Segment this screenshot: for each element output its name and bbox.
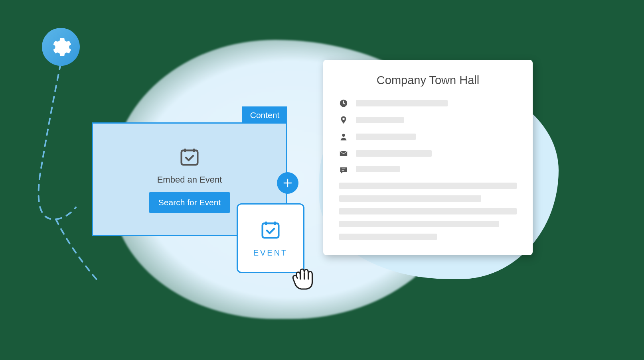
content-tab-label: Content [250,110,280,120]
plus-icon [282,177,293,189]
gear-badge[interactable] [42,28,80,66]
search-event-button[interactable]: Search for Event [149,192,230,213]
calendar-check-icon [260,219,281,240]
placeholder-line [356,117,404,123]
placeholder-line [339,195,481,202]
grab-hand-cursor-icon [287,263,317,293]
search-event-button-label: Search for Event [158,198,221,207]
calendar-check-icon [179,146,200,167]
placeholder-line [356,166,400,172]
message-icon [339,166,348,175]
placeholder-line [339,208,517,214]
envelope-icon [339,149,348,158]
svg-rect-1 [263,223,279,238]
detail-row-email [339,149,517,158]
detail-row-location [339,116,517,124]
embed-event-label: Embed an Event [157,175,222,185]
clock-icon [339,99,348,108]
placeholder-line [356,134,416,140]
event-details-card: Company Town Hall [323,60,533,255]
gear-icon [51,37,71,57]
event-widget-card[interactable]: EVENT [237,203,304,273]
detail-row-person [339,132,517,141]
placeholder-line [339,234,437,240]
placeholder-line [339,221,499,227]
content-tab[interactable]: Content [242,106,287,124]
placeholder-line [356,100,448,106]
location-pin-icon [339,116,348,124]
placeholder-line [356,150,432,157]
event-details-title: Company Town Hall [339,74,517,87]
add-button[interactable] [277,172,298,194]
detail-row-time [339,99,517,108]
detail-row-description [339,166,517,175]
placeholder-line [339,183,517,189]
description-paragraph-lines [339,183,517,240]
event-card-label: EVENT [253,248,288,258]
svg-rect-0 [182,150,198,165]
person-icon [339,132,348,141]
svg-point-3 [342,134,345,137]
